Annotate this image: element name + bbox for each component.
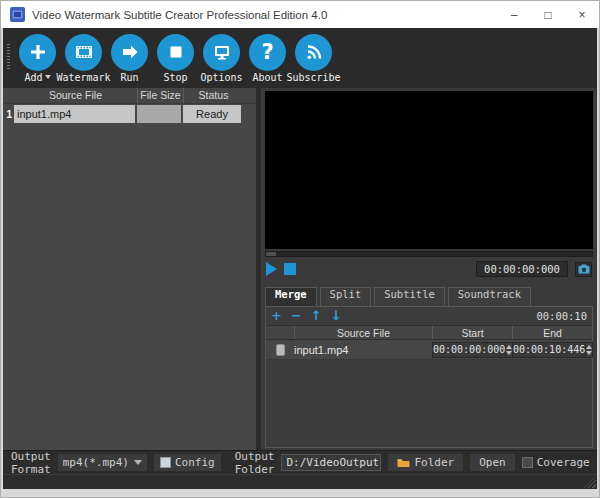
app-window: Video Watermark Subtitle Creator Profess… bbox=[0, 0, 600, 498]
watermark-label: Watermark bbox=[56, 72, 110, 83]
maximize-button[interactable]: □ bbox=[531, 1, 565, 28]
status-bar bbox=[3, 474, 597, 489]
add-dropdown-caret-icon[interactable] bbox=[45, 75, 51, 79]
main-area: Source File File Size Status 1 input1.mp… bbox=[3, 88, 597, 450]
file-size-column-header: File Size bbox=[137, 88, 183, 103]
status-cell[interactable]: Ready bbox=[183, 105, 241, 123]
playback-controls: 00:00:00:000 bbox=[265, 257, 593, 281]
clip-add-button[interactable]: + bbox=[271, 309, 282, 323]
clip-icon-column-header bbox=[266, 326, 294, 339]
config-checkbox[interactable] bbox=[160, 457, 171, 468]
source-file-panel: Source File File Size Status 1 input1.mp… bbox=[3, 88, 256, 450]
resize-grip-icon[interactable] bbox=[584, 476, 596, 488]
tab-split[interactable]: Split bbox=[320, 287, 372, 306]
tab-soundtrack[interactable]: Soundtrack bbox=[448, 287, 531, 306]
open-button[interactable]: Open bbox=[470, 454, 515, 471]
watermark-button[interactable]: Watermark bbox=[61, 34, 106, 83]
subscribe-label: Subscribe bbox=[286, 72, 340, 83]
options-button[interactable]: Options bbox=[199, 34, 244, 83]
merge-tab-content: + − ↑ ↓ 00:00:10 Source File Start End bbox=[265, 306, 593, 448]
spinner-down-icon[interactable] bbox=[586, 351, 592, 355]
window-controls: – □ × bbox=[497, 1, 599, 28]
output-format-value: mp4(*.mp4) bbox=[63, 456, 129, 469]
spinner-up-icon[interactable] bbox=[586, 345, 592, 349]
main-toolbar: Add Watermark Run Stop Options ? About bbox=[3, 28, 597, 88]
folder-button[interactable]: Folder bbox=[388, 454, 463, 471]
output-format-label: Output Format bbox=[11, 450, 51, 476]
total-duration: 00:00:10 bbox=[536, 310, 587, 322]
file-size-cell[interactable] bbox=[137, 105, 181, 123]
folder-icon bbox=[397, 458, 410, 468]
client-area: Add Watermark Run Stop Options ? About bbox=[3, 28, 597, 489]
clip-end-input[interactable]: 00:00:10:446 bbox=[512, 342, 586, 358]
source-file-column-header: Source File bbox=[14, 88, 137, 103]
status-column-header: Status bbox=[183, 88, 243, 103]
clip-remove-button[interactable]: − bbox=[291, 309, 302, 323]
stop-square-icon bbox=[166, 42, 186, 62]
source-table-empty-area bbox=[3, 123, 256, 450]
toolbar-drag-handle-icon[interactable] bbox=[7, 44, 10, 70]
plus-icon bbox=[28, 42, 48, 62]
run-label: Run bbox=[120, 72, 138, 83]
coverage-toggle[interactable]: Coverage bbox=[522, 456, 590, 469]
source-file-cell[interactable]: input1.mp4 bbox=[14, 105, 135, 123]
folder-button-label: Folder bbox=[414, 456, 454, 469]
dropdown-arrow-icon bbox=[134, 460, 142, 465]
about-button[interactable]: ? About bbox=[245, 34, 290, 83]
output-format-select[interactable]: mp4(*.mp4) bbox=[58, 454, 147, 471]
output-bar: Output Format mp4(*.mp4) Config Output F… bbox=[3, 450, 597, 474]
run-button[interactable]: Run bbox=[107, 34, 152, 83]
question-icon: ? bbox=[261, 40, 273, 64]
clip-table-header: Source File Start End bbox=[266, 325, 592, 340]
titlebar: Video Watermark Subtitle Creator Profess… bbox=[1, 1, 599, 28]
merge-toolbar: + − ↑ ↓ 00:00:10 bbox=[266, 307, 592, 325]
preview-panel: 00:00:00:000 Merge Split Subtitle Soundt… bbox=[261, 88, 597, 450]
playback-time: 00:00:00:000 bbox=[476, 261, 568, 277]
clip-table-empty-area bbox=[266, 360, 592, 447]
clip-start-input[interactable]: 00:00:00:000 bbox=[432, 342, 506, 358]
source-table-row[interactable]: 1 input1.mp4 Ready bbox=[3, 104, 256, 123]
snapshot-icon bbox=[578, 264, 590, 274]
output-folder-label: Output Folder bbox=[235, 450, 275, 476]
row-number-cell: 1 bbox=[3, 105, 14, 123]
clip-start-cell: 00:00:00:000 bbox=[432, 342, 512, 358]
config-label: Config bbox=[175, 456, 215, 469]
monitor-icon bbox=[211, 41, 233, 63]
open-button-label: Open bbox=[479, 456, 506, 469]
tab-merge[interactable]: Merge bbox=[265, 287, 317, 306]
snapshot-button[interactable] bbox=[575, 262, 592, 277]
clip-end-cell: 00:00:10:446 bbox=[512, 342, 592, 358]
app-icon bbox=[10, 7, 25, 22]
window-title: Video Watermark Subtitle Creator Profess… bbox=[32, 9, 327, 21]
config-toggle[interactable]: Config bbox=[154, 454, 221, 471]
file-icon bbox=[276, 344, 285, 356]
tab-subtitle[interactable]: Subtitle bbox=[374, 287, 445, 306]
subscribe-button[interactable]: Subscribe bbox=[291, 34, 336, 83]
row-number-column-header bbox=[3, 88, 14, 103]
clip-move-up-button[interactable]: ↑ bbox=[311, 309, 322, 323]
clip-start-column-header: Start bbox=[432, 326, 512, 339]
output-folder-input[interactable]: D:/VideoOutput bbox=[281, 454, 381, 471]
stop-label: Stop bbox=[163, 72, 187, 83]
seek-bar[interactable] bbox=[265, 251, 593, 257]
clip-source-column-header: Source File bbox=[294, 326, 432, 339]
clip-move-down-button[interactable]: ↓ bbox=[331, 309, 342, 323]
clip-source-cell[interactable]: input1.mp4 bbox=[294, 344, 432, 356]
minimize-button[interactable]: – bbox=[497, 1, 531, 28]
editor-tabbar: Merge Split Subtitle Soundtrack bbox=[265, 283, 593, 306]
close-button[interactable]: × bbox=[565, 1, 599, 28]
play-icon[interactable] bbox=[266, 262, 277, 276]
coverage-checkbox[interactable] bbox=[522, 457, 533, 468]
source-table-header: Source File File Size Status bbox=[3, 88, 256, 104]
stop-button[interactable]: Stop bbox=[153, 34, 198, 83]
clip-table-row[interactable]: input1.mp4 00:00:00:000 00:00:10:446 bbox=[266, 340, 592, 360]
video-preview bbox=[265, 91, 593, 249]
arrow-right-icon bbox=[120, 42, 140, 62]
stop-icon[interactable] bbox=[284, 263, 296, 275]
film-icon bbox=[73, 41, 95, 63]
add-button[interactable]: Add bbox=[15, 34, 60, 83]
about-label: About bbox=[252, 72, 282, 83]
rss-icon bbox=[304, 42, 324, 62]
clip-end-spinner[interactable] bbox=[586, 342, 593, 358]
seek-handle[interactable] bbox=[266, 252, 276, 256]
